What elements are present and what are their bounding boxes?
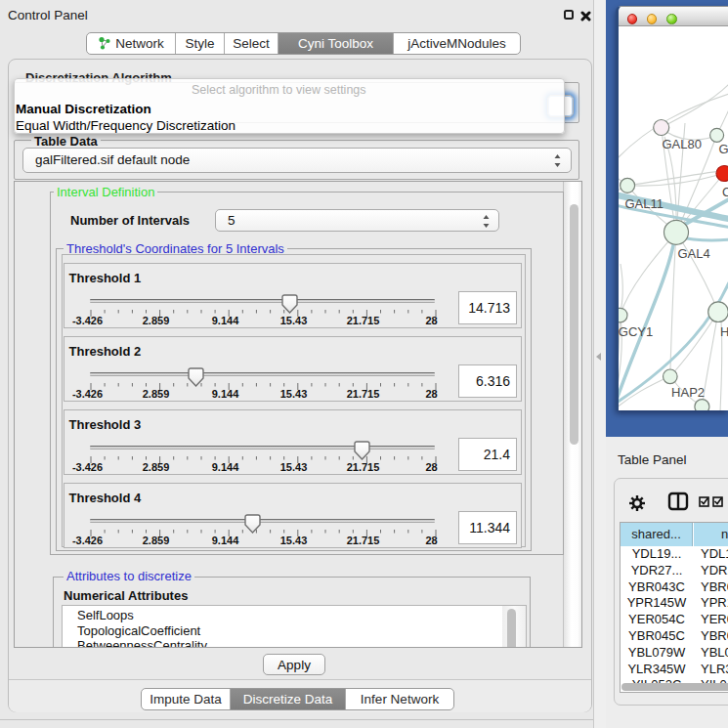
svg-text:GCY1: GCY1 [619, 324, 653, 339]
svg-text:H: H [720, 324, 728, 339]
svg-text:GAL4: GAL4 [677, 246, 709, 261]
svg-text:G.: G. [719, 142, 728, 156]
svg-text:HAP2: HAP2 [671, 385, 705, 400]
svg-text:GAL11: GAL11 [625, 196, 664, 211]
svg-text:C: C [722, 185, 728, 199]
svg-text:GAL80: GAL80 [662, 137, 701, 151]
